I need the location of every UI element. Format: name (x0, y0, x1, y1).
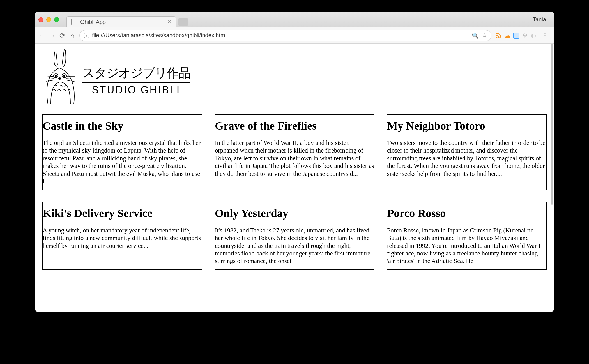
window-controls (38, 17, 59, 22)
url-text: file:///Users/taniarascia/sites/sandbox/… (92, 32, 469, 39)
film-card: Only Yesterday It's 1982, and Taeko is 2… (215, 202, 374, 270)
film-description: A young witch, on her mandatory year of … (43, 227, 202, 250)
film-description: The orphan Sheeta inherited a mysterious… (43, 139, 202, 185)
viewport: スタジオジブリ作品 STUDIO GHIBLI Castle in the Sk… (35, 44, 554, 312)
film-title: Castle in the Sky (43, 119, 202, 132)
film-card: Kiki's Delivery Service A young witch, o… (42, 202, 202, 270)
gear-icon[interactable]: ⚙ (522, 32, 528, 39)
film-title: Grave of the Fireflies (215, 119, 374, 132)
svg-point-3 (64, 75, 65, 77)
film-title: Kiki's Delivery Service (43, 207, 202, 220)
extension-square-icon[interactable] (513, 33, 519, 39)
profile-name[interactable]: Tania (533, 16, 551, 23)
logo-text: スタジオジブリ作品 STUDIO GHIBLI (82, 65, 190, 107)
scrollbar[interactable] (551, 44, 553, 205)
film-description: Two sisters move to the country with the… (387, 139, 546, 178)
logo-english: STUDIO GHIBLI (92, 84, 180, 96)
close-tab-button[interactable]: × (167, 18, 171, 26)
svg-point-2 (55, 75, 57, 77)
tab-bar: Ghibli App × Tania (35, 12, 554, 27)
maximize-window-button[interactable] (54, 17, 59, 22)
film-title: Only Yesterday (215, 207, 374, 220)
film-card: Castle in the Sky The orphan Sheeta inhe… (42, 114, 202, 190)
menu-button[interactable]: ⋮ (540, 32, 550, 40)
cloud-icon[interactable]: ☁ (504, 32, 510, 39)
extensions: ☁ ⚙ ◐ (495, 32, 536, 40)
film-card: Grave of the Fireflies In the latter par… (215, 114, 374, 190)
back-button[interactable]: ← (39, 32, 45, 40)
browser-window: Ghibli App × Tania ← → ⟳ ⌂ i file:///Use… (35, 12, 554, 312)
page-content: スタジオジブリ作品 STUDIO GHIBLI Castle in the Sk… (35, 44, 554, 270)
toolbar: ← → ⟳ ⌂ i file:///Users/taniarascia/site… (35, 27, 554, 44)
site-info-icon[interactable]: i (84, 33, 89, 38)
forward-button[interactable]: → (49, 32, 55, 40)
film-description: Porco Rosso, known in Japan as Crimson P… (387, 227, 546, 265)
refresh-circle-icon[interactable]: ◐ (531, 32, 536, 39)
page-icon (71, 19, 76, 25)
film-grid: Castle in the Sky The orphan Sheeta inhe… (42, 114, 547, 270)
zoom-icon[interactable]: 🔍 (472, 32, 479, 39)
home-button[interactable]: ⌂ (69, 32, 75, 40)
logo: スタジオジブリ作品 STUDIO GHIBLI (42, 45, 547, 107)
bookmark-star-icon[interactable]: ☆ (482, 32, 487, 39)
address-bar[interactable]: i file:///Users/taniarascia/sites/sandbo… (79, 30, 491, 41)
close-window-button[interactable] (38, 17, 43, 22)
film-title: My Neighbor Totoro (387, 119, 546, 132)
new-tab-button[interactable] (178, 18, 188, 26)
totoro-icon (42, 45, 79, 107)
film-description: It's 1982, and Taeko is 27 years old, un… (215, 227, 374, 265)
film-card: Porco Rosso Porco Rosso, known in Japan … (387, 202, 547, 270)
browser-tab[interactable]: Ghibli App × (66, 16, 176, 27)
rss-icon[interactable] (495, 32, 501, 40)
minimize-window-button[interactable] (46, 17, 51, 22)
film-title: Porco Rosso (387, 207, 546, 220)
svg-point-4 (59, 78, 61, 79)
reload-button[interactable]: ⟳ (59, 32, 65, 40)
film-description: In the latter part of World War II, a bo… (215, 139, 374, 178)
tab-title: Ghibli App (80, 19, 164, 25)
film-card: My Neighbor Totoro Two sisters move to t… (387, 114, 547, 190)
logo-japanese: スタジオジブリ作品 (82, 65, 190, 83)
